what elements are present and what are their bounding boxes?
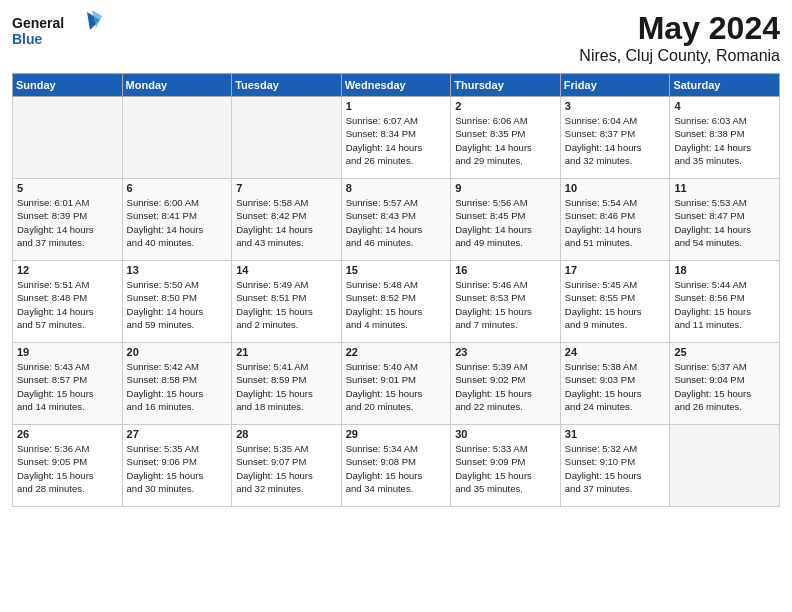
day-number: 15 [346, 264, 447, 276]
calendar-cell: 9Sunrise: 5:56 AMSunset: 8:45 PMDaylight… [451, 179, 561, 261]
calendar-cell: 30Sunrise: 5:33 AMSunset: 9:09 PMDayligh… [451, 425, 561, 507]
subtitle: Nires, Cluj County, Romania [579, 47, 780, 65]
calendar-week-0: 1Sunrise: 6:07 AMSunset: 8:34 PMDaylight… [13, 97, 780, 179]
cell-content: Sunrise: 5:38 AMSunset: 9:03 PMDaylight:… [565, 360, 666, 413]
day-number: 17 [565, 264, 666, 276]
calendar-cell: 5Sunrise: 6:01 AMSunset: 8:39 PMDaylight… [13, 179, 123, 261]
day-number: 31 [565, 428, 666, 440]
day-number: 22 [346, 346, 447, 358]
day-number: 10 [565, 182, 666, 194]
day-number: 27 [127, 428, 228, 440]
cell-content: Sunrise: 5:37 AMSunset: 9:04 PMDaylight:… [674, 360, 775, 413]
cell-content: Sunrise: 5:56 AMSunset: 8:45 PMDaylight:… [455, 196, 556, 249]
day-number: 14 [236, 264, 337, 276]
title-block: May 2024 Nires, Cluj County, Romania [579, 10, 780, 65]
header: General Blue May 2024 Nires, Cluj County… [12, 10, 780, 65]
calendar-cell: 19Sunrise: 5:43 AMSunset: 8:57 PMDayligh… [13, 343, 123, 425]
cell-content: Sunrise: 5:34 AMSunset: 9:08 PMDaylight:… [346, 442, 447, 495]
calendar-cell: 15Sunrise: 5:48 AMSunset: 8:52 PMDayligh… [341, 261, 451, 343]
calendar-cell: 25Sunrise: 5:37 AMSunset: 9:04 PMDayligh… [670, 343, 780, 425]
page-container: General Blue May 2024 Nires, Cluj County… [0, 0, 792, 517]
cell-content: Sunrise: 5:57 AMSunset: 8:43 PMDaylight:… [346, 196, 447, 249]
logo: General Blue [12, 10, 102, 52]
calendar-cell: 31Sunrise: 5:32 AMSunset: 9:10 PMDayligh… [560, 425, 670, 507]
day-number: 24 [565, 346, 666, 358]
day-number: 29 [346, 428, 447, 440]
day-number: 21 [236, 346, 337, 358]
calendar-cell: 4Sunrise: 6:03 AMSunset: 8:38 PMDaylight… [670, 97, 780, 179]
svg-text:General: General [12, 15, 64, 31]
calendar-cell: 18Sunrise: 5:44 AMSunset: 8:56 PMDayligh… [670, 261, 780, 343]
cell-content: Sunrise: 6:04 AMSunset: 8:37 PMDaylight:… [565, 114, 666, 167]
day-number: 25 [674, 346, 775, 358]
cell-content: Sunrise: 5:32 AMSunset: 9:10 PMDaylight:… [565, 442, 666, 495]
cell-content: Sunrise: 5:49 AMSunset: 8:51 PMDaylight:… [236, 278, 337, 331]
day-number: 20 [127, 346, 228, 358]
cell-content: Sunrise: 5:58 AMSunset: 8:42 PMDaylight:… [236, 196, 337, 249]
calendar-cell: 24Sunrise: 5:38 AMSunset: 9:03 PMDayligh… [560, 343, 670, 425]
day-number: 7 [236, 182, 337, 194]
calendar-cell: 27Sunrise: 5:35 AMSunset: 9:06 PMDayligh… [122, 425, 232, 507]
header-sunday: Sunday [13, 74, 123, 97]
header-saturday: Saturday [670, 74, 780, 97]
calendar-cell: 8Sunrise: 5:57 AMSunset: 8:43 PMDaylight… [341, 179, 451, 261]
calendar-week-1: 5Sunrise: 6:01 AMSunset: 8:39 PMDaylight… [13, 179, 780, 261]
calendar-cell: 1Sunrise: 6:07 AMSunset: 8:34 PMDaylight… [341, 97, 451, 179]
calendar-table: Sunday Monday Tuesday Wednesday Thursday… [12, 73, 780, 507]
calendar-cell: 13Sunrise: 5:50 AMSunset: 8:50 PMDayligh… [122, 261, 232, 343]
day-number: 23 [455, 346, 556, 358]
day-number: 3 [565, 100, 666, 112]
calendar-cell: 17Sunrise: 5:45 AMSunset: 8:55 PMDayligh… [560, 261, 670, 343]
calendar-cell: 6Sunrise: 6:00 AMSunset: 8:41 PMDaylight… [122, 179, 232, 261]
cell-content: Sunrise: 5:36 AMSunset: 9:05 PMDaylight:… [17, 442, 118, 495]
calendar-cell [232, 97, 342, 179]
cell-content: Sunrise: 6:06 AMSunset: 8:35 PMDaylight:… [455, 114, 556, 167]
calendar-cell: 10Sunrise: 5:54 AMSunset: 8:46 PMDayligh… [560, 179, 670, 261]
calendar-cell: 26Sunrise: 5:36 AMSunset: 9:05 PMDayligh… [13, 425, 123, 507]
cell-content: Sunrise: 5:50 AMSunset: 8:50 PMDaylight:… [127, 278, 228, 331]
cell-content: Sunrise: 6:07 AMSunset: 8:34 PMDaylight:… [346, 114, 447, 167]
day-number: 30 [455, 428, 556, 440]
cell-content: Sunrise: 5:43 AMSunset: 8:57 PMDaylight:… [17, 360, 118, 413]
day-number: 16 [455, 264, 556, 276]
cell-content: Sunrise: 6:01 AMSunset: 8:39 PMDaylight:… [17, 196, 118, 249]
day-number: 28 [236, 428, 337, 440]
svg-text:Blue: Blue [12, 31, 43, 47]
cell-content: Sunrise: 6:03 AMSunset: 8:38 PMDaylight:… [674, 114, 775, 167]
calendar-cell: 23Sunrise: 5:39 AMSunset: 9:02 PMDayligh… [451, 343, 561, 425]
day-number: 4 [674, 100, 775, 112]
day-number: 6 [127, 182, 228, 194]
day-number: 1 [346, 100, 447, 112]
calendar-cell [122, 97, 232, 179]
cell-content: Sunrise: 5:45 AMSunset: 8:55 PMDaylight:… [565, 278, 666, 331]
day-number: 11 [674, 182, 775, 194]
cell-content: Sunrise: 5:39 AMSunset: 9:02 PMDaylight:… [455, 360, 556, 413]
calendar-header-row: Sunday Monday Tuesday Wednesday Thursday… [13, 74, 780, 97]
cell-content: Sunrise: 5:54 AMSunset: 8:46 PMDaylight:… [565, 196, 666, 249]
cell-content: Sunrise: 5:46 AMSunset: 8:53 PMDaylight:… [455, 278, 556, 331]
cell-content: Sunrise: 5:42 AMSunset: 8:58 PMDaylight:… [127, 360, 228, 413]
cell-content: Sunrise: 5:33 AMSunset: 9:09 PMDaylight:… [455, 442, 556, 495]
day-number: 8 [346, 182, 447, 194]
day-number: 5 [17, 182, 118, 194]
cell-content: Sunrise: 6:00 AMSunset: 8:41 PMDaylight:… [127, 196, 228, 249]
calendar-cell: 14Sunrise: 5:49 AMSunset: 8:51 PMDayligh… [232, 261, 342, 343]
generalblue-logo: General Blue [12, 10, 102, 52]
calendar-cell: 16Sunrise: 5:46 AMSunset: 8:53 PMDayligh… [451, 261, 561, 343]
calendar-week-2: 12Sunrise: 5:51 AMSunset: 8:48 PMDayligh… [13, 261, 780, 343]
calendar-cell: 21Sunrise: 5:41 AMSunset: 8:59 PMDayligh… [232, 343, 342, 425]
calendar-cell: 12Sunrise: 5:51 AMSunset: 8:48 PMDayligh… [13, 261, 123, 343]
cell-content: Sunrise: 5:40 AMSunset: 9:01 PMDaylight:… [346, 360, 447, 413]
logo-wrapper: General Blue [12, 10, 102, 52]
calendar-cell: 3Sunrise: 6:04 AMSunset: 8:37 PMDaylight… [560, 97, 670, 179]
calendar-cell: 22Sunrise: 5:40 AMSunset: 9:01 PMDayligh… [341, 343, 451, 425]
main-title: May 2024 [579, 10, 780, 47]
calendar-cell [670, 425, 780, 507]
cell-content: Sunrise: 5:53 AMSunset: 8:47 PMDaylight:… [674, 196, 775, 249]
day-number: 12 [17, 264, 118, 276]
day-number: 26 [17, 428, 118, 440]
header-tuesday: Tuesday [232, 74, 342, 97]
calendar-week-3: 19Sunrise: 5:43 AMSunset: 8:57 PMDayligh… [13, 343, 780, 425]
header-monday: Monday [122, 74, 232, 97]
cell-content: Sunrise: 5:44 AMSunset: 8:56 PMDaylight:… [674, 278, 775, 331]
